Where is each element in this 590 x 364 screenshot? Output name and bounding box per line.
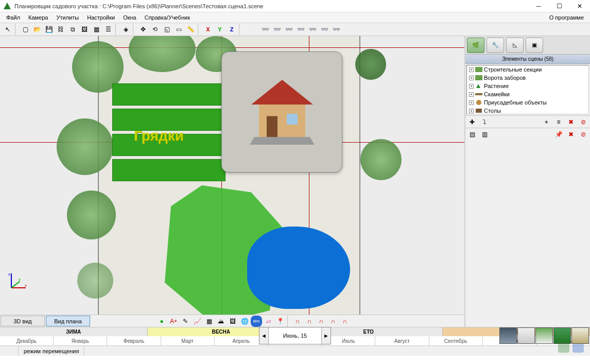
grid-icon[interactable]: ▦ <box>91 24 102 35</box>
scene-tree[interactable]: +Строительные секции +Ворота заборов +Ра… <box>466 65 589 114</box>
pond-shape[interactable] <box>247 227 350 309</box>
month-sep[interactable]: Сентябрь <box>429 336 483 345</box>
magnet2-icon[interactable]: ∩ <box>304 316 315 327</box>
binocular-icon[interactable]: 👓 <box>259 24 271 35</box>
axis-z-button[interactable]: Z <box>226 24 237 35</box>
menu-utilities[interactable]: Утилиты <box>53 13 83 22</box>
minimize-button[interactable]: ─ <box>528 0 549 12</box>
expand-icon[interactable]: + <box>469 92 474 97</box>
thumb-icon[interactable] <box>535 327 553 344</box>
magnet3-icon[interactable]: ∩ <box>316 316 327 327</box>
menu-settings[interactable]: Настройки <box>83 13 119 22</box>
menu-about[interactable]: О программе <box>545 13 588 22</box>
rotate-icon[interactable]: ⟲ <box>149 24 161 35</box>
menu-windows[interactable]: Окна <box>119 13 141 22</box>
abc-icon[interactable]: abc <box>251 316 262 327</box>
globe-icon[interactable]: 🌐 <box>239 316 250 327</box>
new-icon[interactable]: ▢ <box>20 24 31 35</box>
panel-tab-cube-icon[interactable]: ▣ <box>526 38 543 53</box>
month-jan[interactable]: Январь <box>54 336 107 345</box>
date-next-icon[interactable]: ► <box>321 327 331 344</box>
maximize-button[interactable]: ☐ <box>549 0 569 12</box>
expand-icon[interactable]: + <box>469 76 474 80</box>
save-icon[interactable]: 💾 <box>43 24 55 35</box>
move-icon[interactable]: ✥ <box>137 24 149 35</box>
menu-help[interactable]: Справка/Учебник <box>141 13 194 22</box>
panel-tab-shapes-icon[interactable]: ◺ <box>506 38 524 53</box>
axis-x-button[interactable]: X <box>202 24 214 35</box>
tab-plan-view[interactable]: Вид плана <box>46 316 90 326</box>
expand-icon[interactable]: + <box>469 100 474 105</box>
axis-y-button[interactable]: Y <box>214 24 225 35</box>
select-icon[interactable]: ▭ <box>173 24 184 35</box>
magnet4-icon[interactable]: ∩ <box>327 316 339 327</box>
binocular7-icon[interactable]: 👓 <box>331 24 342 35</box>
link-icon[interactable]: ⛓ <box>55 24 66 35</box>
pencil-icon[interactable]: ✎ <box>180 316 191 327</box>
filter2-icon[interactable]: ▥ <box>479 129 490 140</box>
photo-icon[interactable]: 🖼 <box>227 316 238 327</box>
thumb-icon[interactable] <box>499 327 517 344</box>
expand-icon[interactable]: + <box>469 84 474 89</box>
tab-3d-view[interactable]: 3D вид <box>1 316 45 326</box>
binocular2-icon[interactable]: 👓 <box>271 24 283 35</box>
image-icon[interactable]: 🖼 <box>79 24 90 35</box>
green-dot-icon[interactable]: ● <box>156 316 167 327</box>
season-winter[interactable]: ЗИМА <box>0 327 148 336</box>
grid2-icon[interactable]: ▦ <box>203 316 215 327</box>
text-a-icon[interactable]: A+ <box>168 316 179 327</box>
collapse-icon[interactable]: ≡ <box>553 116 564 128</box>
design-canvas[interactable]: Грядки x z y <box>0 36 464 315</box>
panel-tab-tools-icon[interactable]: 🔧 <box>487 38 504 53</box>
add-node-icon[interactable]: ✚ <box>466 116 478 128</box>
tree-icon[interactable] <box>360 139 402 180</box>
month-feb[interactable]: Февраль <box>107 336 161 345</box>
expand-icon[interactable]: + <box>469 109 474 113</box>
tree-label[interactable]: Растения <box>484 83 509 89</box>
binocular5-icon[interactable]: 👓 <box>307 24 318 35</box>
pointer-icon[interactable]: ↖ <box>2 24 13 35</box>
box-icon[interactable]: ▱ <box>263 316 274 327</box>
month-mar[interactable]: Март <box>161 336 215 345</box>
tree-label[interactable]: Столы <box>484 108 501 114</box>
tree-label[interactable]: Строительные секции <box>484 66 542 73</box>
render-icon[interactable]: ◈ <box>120 24 131 35</box>
binocular3-icon[interactable]: 👓 <box>283 24 294 35</box>
scale-icon[interactable]: ◱ <box>161 24 172 35</box>
pin-icon[interactable]: 📍 <box>274 316 286 327</box>
binocular4-icon[interactable]: 👓 <box>295 24 306 35</box>
thumb-icon[interactable] <box>517 327 535 344</box>
magnet5-icon[interactable]: ∩ <box>339 316 351 327</box>
date-spinner[interactable]: ◄ Июнь, 15 ► <box>259 327 331 344</box>
month-dec[interactable]: Декабрь <box>0 336 54 345</box>
tree-icon[interactable] <box>57 118 113 175</box>
date-prev-icon[interactable]: ◄ <box>259 327 269 344</box>
magnet1-icon[interactable]: ∩ <box>292 316 303 327</box>
list-icon[interactable]: ☰ <box>102 24 114 35</box>
delete-node-icon[interactable]: ✖ <box>565 116 577 128</box>
delete-all-icon[interactable]: ⊘ <box>578 116 589 128</box>
panel-tab-plants-icon[interactable]: 🌿 <box>467 38 484 53</box>
thumb-icon[interactable] <box>553 327 571 344</box>
tree-label[interactable]: Приусадебные объекты <box>484 99 547 106</box>
add-child-icon[interactable]: ⤵ <box>479 116 490 128</box>
chart-icon[interactable]: 📈 <box>192 316 203 327</box>
month-aug[interactable]: Август <box>375 336 429 345</box>
tree-icon[interactable] <box>355 49 386 80</box>
menu-camera[interactable]: Камера <box>24 13 52 22</box>
copy-icon[interactable]: ⧉ <box>67 24 78 35</box>
clear2-icon[interactable]: ⊘ <box>578 129 589 140</box>
expand-icon[interactable]: + <box>469 67 474 72</box>
menu-file[interactable]: Файл <box>2 13 24 22</box>
tree-label[interactable]: Скамейки <box>484 91 510 97</box>
clear-icon[interactable]: ✖ <box>565 129 577 140</box>
binocular6-icon[interactable]: 👓 <box>319 24 330 35</box>
measure-icon[interactable]: 📏 <box>185 24 196 35</box>
tree-icon[interactable] <box>67 190 116 239</box>
pin2-icon[interactable]: 📌 <box>553 129 564 140</box>
close-button[interactable]: ✕ <box>569 0 590 12</box>
open-icon[interactable]: 📂 <box>31 24 43 35</box>
filter1-icon[interactable]: ▤ <box>466 129 478 140</box>
locate-icon[interactable]: ⌖ <box>541 116 552 128</box>
landscape-icon[interactable]: ⛰ <box>215 316 227 327</box>
